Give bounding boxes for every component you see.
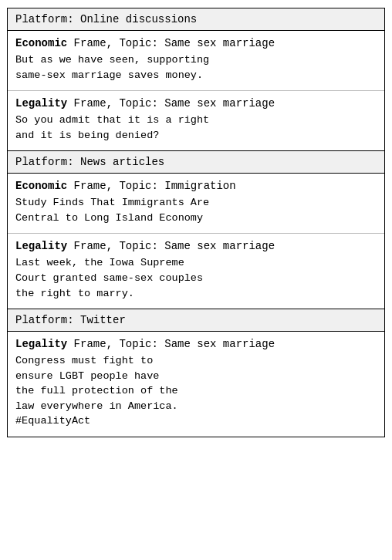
- frame-body-2-0: Congress must fight to ensure LGBT peopl…: [15, 353, 377, 429]
- platform-label-1: Platform: News articles: [8, 151, 384, 174]
- platform-label-0: Platform: Online discussions: [8, 8, 384, 31]
- frame-rest-2-0: Frame, Topic: Same sex marriage: [67, 338, 275, 350]
- platform-label-2: Platform: Twitter: [8, 309, 384, 332]
- main-container: Platform: Online discussionsEconomic Fra…: [7, 8, 385, 437]
- frame-header-2-0: Legality Frame, Topic: Same sex marriage: [15, 338, 377, 350]
- frame-body-0-0: But as we have seen, supporting same-sex…: [15, 52, 377, 83]
- entry-1-0: Economic Frame, Topic: ImmigrationStudy …: [8, 174, 384, 234]
- frame-rest-1-0: Frame, Topic: Immigration: [67, 180, 235, 192]
- group-0: Platform: Online discussionsEconomic Fra…: [8, 8, 384, 151]
- group-1: Platform: News articlesEconomic Frame, T…: [8, 151, 384, 309]
- frame-type-0-1: Legality: [15, 97, 67, 110]
- frame-header-0-1: Legality Frame, Topic: Same sex marriage: [15, 97, 377, 110]
- frame-body-1-1: Last week, the Iowa Supreme Court grante…: [15, 255, 377, 301]
- frame-body-0-1: So you admit that it is a right and it i…: [15, 113, 377, 143]
- entry-0-0: Economic Frame, Topic: Same sex marriage…: [8, 31, 384, 91]
- entry-2-0: Legality Frame, Topic: Same sex marriage…: [8, 332, 384, 437]
- frame-rest-0-0: Frame, Topic: Same sex marriage: [67, 37, 275, 49]
- frame-header-0-0: Economic Frame, Topic: Same sex marriage: [15, 37, 377, 49]
- entry-0-1: Legality Frame, Topic: Same sex marriage…: [8, 91, 384, 150]
- frame-rest-0-1: Frame, Topic: Same sex marriage: [67, 97, 275, 110]
- frame-header-1-0: Economic Frame, Topic: Immigration: [15, 180, 377, 192]
- frame-type-1-0: Economic: [15, 180, 67, 192]
- frame-header-1-1: Legality Frame, Topic: Same sex marriage: [15, 240, 377, 252]
- frame-type-0-0: Economic: [15, 37, 67, 49]
- group-2: Platform: TwitterLegality Frame, Topic: …: [8, 309, 384, 437]
- frame-type-1-1: Legality: [15, 240, 67, 252]
- frame-body-1-0: Study Finds That Immigrants Are Central …: [15, 195, 377, 225]
- frame-rest-1-1: Frame, Topic: Same sex marriage: [67, 240, 275, 252]
- entry-1-1: Legality Frame, Topic: Same sex marriage…: [8, 234, 384, 309]
- frame-type-2-0: Legality: [15, 338, 67, 350]
